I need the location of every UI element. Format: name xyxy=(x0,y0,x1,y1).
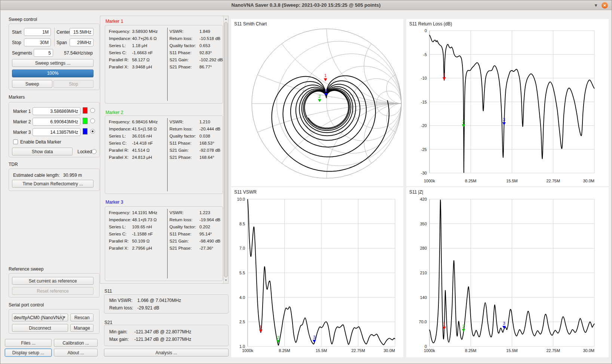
tdr-button[interactable]: Time Domain Reflectometry ... xyxy=(12,180,94,188)
tdr-group: Estimated cable length: 30.959 m Time Do… xyxy=(9,169,100,191)
field-value: -98.490 dB xyxy=(199,239,220,243)
span-input[interactable] xyxy=(70,38,94,46)
return-loss-chart-panel[interactable]: 1000k8.25M15.5M22.75M30.0M0-5-10-15-20-2… xyxy=(406,19,609,186)
chart-grid xyxy=(248,199,395,346)
center-input[interactable] xyxy=(70,28,94,36)
s11_return_loss-svg: 1000k8.25M15.5M22.75M30.0M0-5-10-15-20-2… xyxy=(406,19,609,186)
reset-reference-button[interactable]: Reset reference xyxy=(12,287,94,295)
marker2-color-swatch[interactable] xyxy=(83,118,88,124)
svg-text:5.5: 5.5 xyxy=(239,271,245,275)
serial-port-group: dev/ttyACM0 (NanoVNA) ▼ Rescan Disconnec… xyxy=(9,309,100,334)
column-divider xyxy=(167,28,168,101)
serial-port-select[interactable]: dev/ttyACM0 (NanoVNA) ▼ xyxy=(12,314,68,321)
marker-3-data-panel: Frequency:14.1191 MHzVSWR:1.223Impedance… xyxy=(105,206,223,281)
field-value: -14.418 nF xyxy=(132,141,153,145)
manage-button[interactable]: Manage xyxy=(70,324,94,332)
z-magnitude-chart-panel[interactable]: 1000k8.25M15.5M22.75M30.0M42035028021014… xyxy=(406,187,609,357)
sweep-button[interactable]: Sweep xyxy=(12,80,52,88)
chart-title: S11 VSWR xyxy=(234,189,257,195)
marker3-color-swatch[interactable] xyxy=(83,128,88,135)
field-label: S21 Phase: xyxy=(169,246,192,250)
scroll-up-icon[interactable]: ▲ xyxy=(224,16,228,22)
smith-chart-panel[interactable]: 123S11 Smith Chart xyxy=(231,19,403,186)
locked-radio[interactable] xyxy=(92,149,97,154)
minimize-icon[interactable]: ▾ xyxy=(595,0,597,10)
field-label: Frequency: xyxy=(109,210,131,215)
field-label: S21 Gain: xyxy=(169,58,189,62)
close-icon[interactable]: ✕ xyxy=(602,2,608,9)
field-value: -121.347 dB @ 22.8077MHz xyxy=(134,337,191,342)
svg-text:1: 1 xyxy=(324,73,327,78)
chart-markers: 123 xyxy=(443,321,506,332)
scrollbar-thumb[interactable] xyxy=(224,22,228,277)
field-value: 41.514 Ω xyxy=(132,148,150,152)
svg-text:-20: -20 xyxy=(421,123,427,128)
svg-text:-30: -30 xyxy=(421,171,427,175)
field-label: Return loss: xyxy=(169,127,192,131)
marker3-frequency-input[interactable] xyxy=(33,128,80,136)
display-setup-button[interactable]: Display setup ... xyxy=(5,349,52,357)
marker1-frequency-input[interactable] xyxy=(33,107,80,115)
svg-text:2: 2 xyxy=(318,94,321,99)
svg-text:1000k: 1000k xyxy=(424,179,435,183)
calibration-button[interactable]: Calibration ... xyxy=(54,339,98,347)
s11_vswr-svg: 1000k8.25M15.5M22.75M30.0M10.08.57.05.54… xyxy=(231,187,403,357)
markers-section-label: Markers xyxy=(9,95,25,100)
field-label: Return loss: xyxy=(109,305,133,311)
axis-labels: 1000k8.25M15.5M22.75M30.0M10.08.57.05.54… xyxy=(237,197,395,353)
start-input[interactable] xyxy=(24,28,51,36)
field-label: Impedance: xyxy=(109,36,131,41)
show-data-button[interactable]: Show data xyxy=(12,148,73,155)
field-value: 109.65 nH xyxy=(132,225,152,229)
svg-text:3: 3 xyxy=(503,321,505,326)
field-value: 24.813 μH xyxy=(132,155,152,160)
svg-text:1: 1 xyxy=(443,73,445,77)
axis-labels: 1000k8.25M15.5M22.75M30.0M0-5-10-15-20-2… xyxy=(421,28,594,183)
marker-2-panel-title: Marker 2 xyxy=(105,110,123,115)
marker1-color-swatch[interactable] xyxy=(83,107,88,114)
marker1-radio[interactable] xyxy=(90,108,95,113)
field-label: Series C: xyxy=(109,141,126,145)
marker2-frequency-input[interactable] xyxy=(33,118,80,126)
field-label: Quality factor: xyxy=(169,225,196,229)
rescan-button[interactable]: Rescan xyxy=(70,314,94,321)
enable-delta-marker-checkbox[interactable] xyxy=(13,139,18,144)
marker3-radio[interactable] xyxy=(90,129,95,134)
sweep-settings-button[interactable]: Sweep settings ... xyxy=(12,59,94,67)
field-value: -121.347 dB @ 22.8077MHz xyxy=(134,329,191,334)
chart-markers: 123 xyxy=(443,73,506,127)
field-value: 14.1191 MHz xyxy=(132,210,157,215)
locked-label: Locked xyxy=(77,149,92,154)
field-label: Frequency: xyxy=(109,29,131,34)
field-value: 48.1+j9.73 Ω xyxy=(132,218,157,222)
field-value: 3.9468 μH xyxy=(132,65,152,69)
svg-text:15.5M: 15.5M xyxy=(506,348,518,353)
svg-text:-15: -15 xyxy=(421,100,427,104)
field-label: S21 Gain: xyxy=(169,148,189,152)
s11-smith-trace xyxy=(272,76,389,172)
field-label: Parallel X: xyxy=(109,155,128,160)
segments-input[interactable] xyxy=(34,49,53,57)
svg-text:2: 2 xyxy=(277,335,279,340)
disconnect-button[interactable]: Disconnect xyxy=(12,324,68,332)
markers-group: Marker 1 Marker 2 Marker 3 Enable Delta … xyxy=(9,102,100,157)
vswr-chart-panel[interactable]: 1000k8.25M15.5M22.75M30.0M10.08.57.05.54… xyxy=(231,187,403,357)
marker2-radio[interactable] xyxy=(90,118,95,123)
field-value: 58.127 Ω xyxy=(132,58,150,62)
about-button[interactable]: About ... xyxy=(54,349,98,357)
start-label: Start xyxy=(12,30,21,35)
field-value: -92.078 dB xyxy=(199,148,220,152)
field-value: 1.066 @ 7.04170MHz xyxy=(137,298,181,303)
set-reference-button[interactable]: Set current as reference xyxy=(12,277,94,285)
stop-button[interactable]: Stop xyxy=(53,80,94,88)
files-button[interactable]: Files ... xyxy=(5,339,52,347)
scroll-down-icon[interactable]: ▼ xyxy=(224,278,228,283)
svg-text:70.0: 70.0 xyxy=(419,320,427,324)
enable-delta-marker-label: Enable Delta Marker xyxy=(20,139,61,145)
field-label: S11 Phase: xyxy=(169,50,192,55)
field-value: 1.223 xyxy=(199,210,210,215)
stop-input[interactable] xyxy=(24,38,51,46)
vertical-scrollbar[interactable]: ▲ ▼ xyxy=(223,16,228,283)
field-label: VSWR: xyxy=(169,120,184,124)
analysis-button[interactable]: Analysis ... xyxy=(104,349,229,357)
